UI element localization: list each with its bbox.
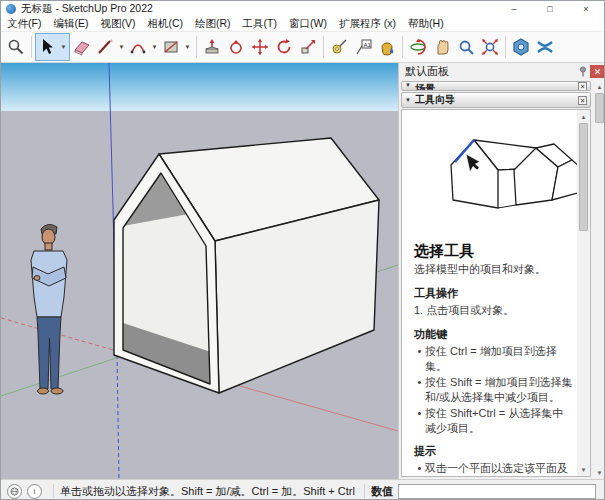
panel-bar-instructor[interactable]: ▼ 工具向导 × (401, 92, 591, 108)
person-hand (34, 276, 40, 281)
menu-extensions[interactable]: 扩展程序 (x) (333, 17, 402, 31)
instructor-content: 选择工具 选择模型中的项目和对象。 工具操作 1. 点击项目或对象。 功能键 •… (402, 110, 577, 476)
rectangle-icon[interactable] (160, 34, 182, 60)
modifier-heading: 功能键 (414, 327, 573, 342)
toolbar-separator (323, 36, 324, 58)
scale-icon[interactable] (296, 34, 320, 60)
instructor-title: 选择工具 (414, 242, 573, 261)
sketchup-window: 无标题 - SketchUp Pro 2022 – □ × 文件(F) 编辑(E… (0, 0, 605, 500)
toolbar-separator (196, 36, 197, 58)
scroll-thumb[interactable] (579, 123, 588, 231)
model-viewport[interactable] (1, 63, 398, 479)
arc-tool[interactable]: ▼ (127, 34, 160, 60)
toolbar: ▼ ▼ ▼ ▼ (1, 32, 604, 63)
rectangle-tool[interactable]: ▼ (160, 34, 193, 60)
line-tool[interactable]: ▼ (94, 34, 127, 60)
operation-step: 1. 点击项目或对象。 (414, 303, 573, 318)
minimize-button[interactable]: – (496, 1, 532, 16)
collapse-arrow-icon: ▼ (405, 97, 411, 103)
close-button[interactable]: × (568, 1, 604, 16)
panel-bar-instructor-label: 工具向导 (415, 93, 455, 107)
maximize-button[interactable]: □ (532, 1, 568, 16)
pan-icon[interactable] (430, 34, 454, 60)
line-dropdown-icon[interactable]: ▼ (116, 34, 127, 60)
panel-bar-scenes-label: 场景 (415, 82, 435, 91)
pin-icon[interactable] (576, 65, 590, 78)
scroll-up-icon[interactable]: ▲ (577, 110, 590, 123)
orbit-icon[interactable] (406, 34, 430, 60)
menu-draw[interactable]: 绘图(R) (189, 17, 237, 31)
measurements-input[interactable] (398, 484, 596, 499)
eraser-icon[interactable] (70, 34, 94, 60)
tray-header[interactable]: 默认面板 ✕ (399, 63, 605, 80)
geolocation-icon[interactable] (7, 484, 22, 499)
illus-interior-edge (498, 205, 516, 208)
measurements-label: 数值 (371, 484, 393, 499)
paint-bucket-icon[interactable] (375, 34, 399, 60)
sky (1, 63, 398, 111)
menu-bar: 文件(F) 编辑(E) 视图(V) 相机(C) 绘图(R) 工具(T) 窗口(W… (1, 16, 604, 32)
tape-measure-icon[interactable] (327, 34, 351, 60)
scroll-thumb[interactable] (595, 93, 604, 123)
collapse-arrow-icon: ▼ (405, 82, 411, 88)
main-area: 默认面板 ✕ ▼ 场景 × ▼ 工具向导 (1, 63, 604, 479)
offset-icon[interactable] (224, 34, 248, 60)
scroll-down-icon[interactable]: ▼ (593, 466, 605, 479)
tray-scrollbar[interactable]: ▲ ▼ (593, 80, 605, 479)
instructor-illustration (414, 112, 577, 234)
window-title: 无标题 - SketchUp Pro 2022 (21, 2, 496, 16)
toolbar-separator (31, 36, 32, 58)
text-icon[interactable]: A1 (351, 34, 375, 60)
exchange-icon[interactable] (533, 34, 557, 60)
tip-item: •双击一个平面以选定该平面及其所有边线。 (414, 461, 573, 476)
tray-close-icon[interactable]: ✕ (590, 65, 605, 78)
scroll-up-icon[interactable]: ▲ (593, 80, 605, 93)
measurements-group: 数值 (358, 484, 604, 499)
scroll-down-icon[interactable]: ▼ (577, 463, 590, 476)
arc-dropdown-icon[interactable]: ▼ (149, 34, 160, 60)
zoom-icon[interactable] (454, 34, 478, 60)
title-bar: 无标题 - SketchUp Pro 2022 – □ × (1, 1, 604, 16)
person-neck (45, 243, 52, 250)
statusbar-divider (53, 484, 54, 498)
rotate-icon[interactable] (272, 34, 296, 60)
status-hint: 单击或拖动以选择对象。Shift = 加/减。Ctrl = 加。Shift + … (60, 484, 358, 499)
menu-file[interactable]: 文件(F) (1, 17, 47, 31)
tray-title: 默认面板 (405, 64, 449, 79)
select-icon[interactable] (36, 34, 58, 60)
menu-view[interactable]: 视图(V) (94, 17, 141, 31)
modifier-item: •按住 Shift = 增加项目到选择集和/或从选择集中减少项目。 (414, 375, 573, 404)
menu-camera[interactable]: 相机(C) (141, 17, 189, 31)
push-pull-icon[interactable] (200, 34, 224, 60)
panel-bar-scenes[interactable]: ▼ 场景 × (401, 81, 591, 91)
operation-heading: 工具操作 (414, 286, 573, 301)
instructor-subtitle: 选择模型中的项目和对象。 (414, 262, 573, 277)
menu-edit[interactable]: 编辑(E) (47, 17, 94, 31)
statusbar-divider (364, 484, 365, 498)
modifier-item: •按住 Shift+Ctrl = 从选择集中减少项目。 (414, 406, 573, 435)
modifier-item: •按住 Ctrl = 增加项目到选择集。 (414, 344, 573, 373)
status-bar: i 单击或拖动以选择对象。Shift = 加/减。Ctrl = 加。Shift … (1, 479, 604, 500)
instructor-scrollbar[interactable]: ▲ ▼ (577, 110, 590, 476)
app-icon (6, 4, 16, 14)
toolbar-separator (505, 36, 506, 58)
select-tool[interactable]: ▼ (35, 33, 70, 61)
menu-window[interactable]: 窗口(W) (283, 17, 333, 31)
menu-help[interactable]: 帮助(H) (402, 17, 450, 31)
line-icon[interactable] (94, 34, 116, 60)
model-scene (1, 63, 398, 479)
menu-tools[interactable]: 工具(T) (237, 17, 283, 31)
person-right-sandal (51, 388, 63, 394)
move-icon[interactable] (248, 34, 272, 60)
instructor-panel: 选择工具 选择模型中的项目和对象。 工具操作 1. 点击项目或对象。 功能键 •… (401, 109, 591, 477)
panel-close-icon[interactable]: × (578, 82, 587, 91)
arc-icon[interactable] (127, 34, 149, 60)
rectangle-dropdown-icon[interactable]: ▼ (182, 34, 193, 60)
search-icon[interactable] (4, 34, 28, 60)
svg-text:A1: A1 (364, 42, 372, 48)
zoom-extents-icon[interactable] (478, 34, 502, 60)
panel-close-icon[interactable]: × (578, 96, 587, 105)
extension-hub-icon[interactable] (509, 34, 533, 60)
info-icon[interactable]: i (27, 484, 42, 499)
select-dropdown-icon[interactable]: ▼ (58, 34, 69, 60)
